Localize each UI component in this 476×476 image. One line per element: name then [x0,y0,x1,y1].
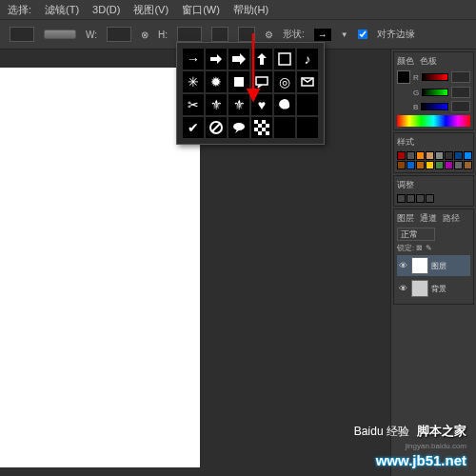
style-swatch[interactable] [416,161,425,169]
style-swatch[interactable] [445,151,453,160]
align-ops[interactable] [238,27,255,42]
watermark: Bai̇du 经验 脚本之家 jingyan.baidu.com www.jb5… [354,423,466,468]
shape-blob[interactable] [274,94,295,115]
adjust-panel: 调整 [393,175,474,207]
menu-help[interactable]: 帮助(H) [233,3,268,17]
channels-tab[interactable]: 通道 [420,212,437,225]
layer-name: 背景 [431,284,446,294]
layer-name: 图层 [431,261,446,271]
shape-blank[interactable] [297,94,318,115]
align-edges-checkbox[interactable] [358,30,367,39]
style-swatch[interactable] [397,161,406,169]
style-swatch[interactable] [407,151,415,160]
b-slider[interactable] [421,103,448,110]
style-swatch[interactable] [464,151,472,160]
menu-window[interactable]: 窗口(W) [182,3,220,17]
style-swatch[interactable] [407,161,415,169]
shape-scissors[interactable]: ✂ [183,94,204,115]
h-label: H: [158,30,168,40]
shape-starburst[interactable]: ✹ [206,71,227,92]
menu-filter[interactable]: 滤镜(T) [45,3,79,17]
visibility-icon[interactable]: 👁 [399,261,408,270]
menu-select[interactable]: 选择: [8,3,31,17]
styles-tab[interactable]: 样式 [397,136,414,149]
path-ops[interactable] [211,27,228,42]
color-spectrum[interactable] [397,115,470,127]
menu-3d[interactable]: 3D(D) [92,4,120,15]
menu-bar: 选择: 滤镜(T) 3D(D) 视图(V) 窗口(W) 帮助(H) [0,0,476,19]
lock-pixel-icon[interactable]: ✎ [426,244,432,252]
svg-rect-13 [258,131,262,135]
r-input[interactable] [451,71,470,83]
shape-preview[interactable]: → [314,29,331,41]
svg-rect-14 [266,131,269,135]
layer-thumb[interactable] [411,280,428,297]
shape-fleur-solid[interactable]: ⚜ [228,94,249,115]
baidu-url: jingyan.baidu.com [406,442,466,450]
shape-checkmark[interactable]: ✔ [183,117,204,138]
shape-speech-bubble[interactable] [228,117,249,138]
g-input[interactable] [451,87,470,98]
svg-rect-1 [234,77,244,87]
shape-blank[interactable] [297,117,318,138]
visibility-icon[interactable]: 👁 [399,284,408,293]
svg-point-6 [233,123,245,130]
gear-icon[interactable]: ⚙ [265,30,273,40]
adjust-icon[interactable] [416,194,425,203]
style-swatch[interactable] [435,151,444,160]
style-swatch[interactable] [454,161,463,169]
shape-checker[interactable] [251,117,272,138]
lock-icon[interactable]: ⊠ [416,244,423,252]
shape-arrow-bold[interactable] [228,49,249,69]
shape-envelope[interactable] [297,71,318,92]
shape-blank[interactable] [274,117,295,138]
style-swatch[interactable] [416,151,425,160]
color-tab[interactable]: 颜色 [397,55,414,68]
shape-square-outline[interactable] [274,49,295,69]
shape-tile[interactable] [228,71,249,92]
shape-burst[interactable]: ✳ [183,71,204,92]
color-panel: 颜色 色板 R G B [393,51,474,130]
shape-heart[interactable]: ♥ [251,94,272,115]
fg-color[interactable] [397,70,410,84]
shape-music-note[interactable]: ♪ [297,49,318,69]
shape-fleur-outline[interactable]: ⚜ [206,94,227,115]
paths-tab[interactable]: 路径 [443,212,460,225]
blend-mode-dropdown[interactable]: 正常 [397,228,435,241]
style-swatch[interactable] [397,151,406,160]
style-swatch[interactable] [426,151,434,160]
style-swatch[interactable] [454,151,463,160]
g-slider[interactable] [422,89,448,96]
style-swatch[interactable] [445,161,453,169]
layer-row[interactable]: 👁 背景 [397,278,470,299]
adjust-icon[interactable] [407,194,415,203]
style-swatch[interactable] [464,161,472,169]
shape-arrow-right[interactable] [206,49,227,69]
link-icon[interactable]: ⊗ [141,30,149,40]
shape-arrow-up[interactable] [251,49,272,69]
shape-talk-rect[interactable] [251,71,272,92]
height-input[interactable] [177,27,202,42]
menu-view[interactable]: 视图(V) [133,3,169,17]
adjust-tab[interactable]: 调整 [397,179,414,191]
stroke-swatch[interactable] [44,30,76,39]
fill-swatch[interactable] [10,27,34,42]
layers-tab[interactable]: 图层 [397,212,414,225]
shape-arrow-thin[interactable]: → [183,49,204,69]
b-input[interactable] [451,101,470,112]
svg-rect-2 [256,77,268,85]
style-swatch[interactable] [435,161,444,169]
adjust-icon[interactable] [426,194,434,203]
adjust-icon[interactable] [397,194,406,203]
layer-thumb[interactable] [411,257,428,274]
layer-row[interactable]: 👁 图层 [397,255,470,276]
shape-no-symbol[interactable] [206,117,227,138]
style-swatch[interactable] [426,161,434,169]
g-label: G [413,89,419,97]
width-input[interactable] [107,27,131,42]
document-canvas[interactable] [0,68,200,467]
r-slider[interactable] [422,73,448,81]
shape-target[interactable]: ◎ [274,71,295,92]
custom-shape-picker[interactable]: → ♪ ✳ ✹ ◎ ✂ ⚜ ⚜ ♥ ✔ [176,42,325,145]
swatch-tab[interactable]: 色板 [420,55,437,68]
